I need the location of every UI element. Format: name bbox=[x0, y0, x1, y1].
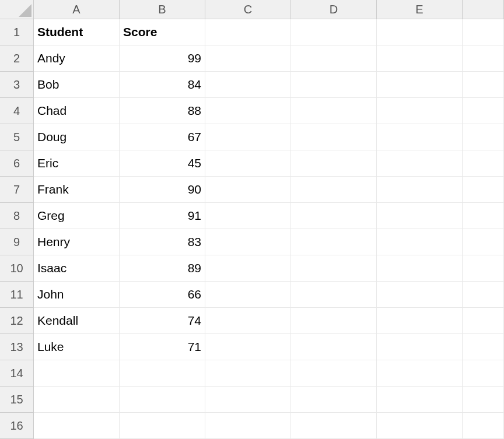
cell-B15[interactable] bbox=[120, 387, 205, 413]
cell-F11[interactable] bbox=[463, 282, 504, 308]
cell-E15[interactable] bbox=[377, 387, 463, 413]
cell-D12[interactable] bbox=[291, 308, 377, 334]
cell-D1[interactable] bbox=[291, 19, 377, 45]
cell-F9[interactable] bbox=[463, 229, 504, 255]
cell-D9[interactable] bbox=[291, 229, 377, 255]
cell-D13[interactable] bbox=[291, 334, 377, 360]
cell-A1[interactable]: Student bbox=[34, 19, 120, 45]
cell-B13[interactable]: 71 bbox=[120, 334, 205, 360]
cell-D4[interactable] bbox=[291, 98, 377, 124]
cell-A11[interactable]: John bbox=[34, 282, 120, 308]
cell-A7[interactable]: Frank bbox=[34, 177, 120, 203]
cell-C4[interactable] bbox=[205, 98, 291, 124]
cell-F7[interactable] bbox=[463, 177, 504, 203]
cell-D6[interactable] bbox=[291, 150, 377, 177]
cell-B2[interactable]: 99 bbox=[120, 45, 205, 72]
row-header-8[interactable]: 8 bbox=[0, 203, 34, 229]
row-header-5[interactable]: 5 bbox=[0, 124, 34, 150]
cell-C2[interactable] bbox=[205, 45, 291, 72]
cell-B11[interactable]: 66 bbox=[120, 282, 205, 308]
cell-F13[interactable] bbox=[463, 334, 504, 360]
col-header-D[interactable]: D bbox=[291, 0, 377, 19]
row-header-12[interactable]: 12 bbox=[0, 308, 34, 334]
cell-C15[interactable] bbox=[205, 387, 291, 413]
cell-B3[interactable]: 84 bbox=[120, 72, 205, 98]
row-header-16[interactable]: 16 bbox=[0, 413, 34, 439]
cell-C14[interactable] bbox=[205, 360, 291, 387]
cell-A10[interactable]: Isaac bbox=[34, 255, 120, 282]
cell-B16[interactable] bbox=[120, 413, 205, 439]
row-header-6[interactable]: 6 bbox=[0, 150, 34, 177]
cell-D8[interactable] bbox=[291, 203, 377, 229]
cell-B14[interactable] bbox=[120, 360, 205, 387]
cell-C8[interactable] bbox=[205, 203, 291, 229]
row-header-7[interactable]: 7 bbox=[0, 177, 34, 203]
cell-A8[interactable]: Greg bbox=[34, 203, 120, 229]
cell-E14[interactable] bbox=[377, 360, 463, 387]
cell-E4[interactable] bbox=[377, 98, 463, 124]
cell-B4[interactable]: 88 bbox=[120, 98, 205, 124]
cell-B1[interactable]: Score bbox=[120, 19, 205, 45]
row-header-10[interactable]: 10 bbox=[0, 255, 34, 282]
cell-E11[interactable] bbox=[377, 282, 463, 308]
cell-C7[interactable] bbox=[205, 177, 291, 203]
cell-A6[interactable]: Eric bbox=[34, 150, 120, 177]
cell-B5[interactable]: 67 bbox=[120, 124, 205, 150]
cell-C16[interactable] bbox=[205, 413, 291, 439]
row-header-14[interactable]: 14 bbox=[0, 360, 34, 387]
cell-C11[interactable] bbox=[205, 282, 291, 308]
cell-D10[interactable] bbox=[291, 255, 377, 282]
row-header-1[interactable]: 1 bbox=[0, 19, 34, 45]
cell-E13[interactable] bbox=[377, 334, 463, 360]
cell-E6[interactable] bbox=[377, 150, 463, 177]
col-header-A[interactable]: A bbox=[34, 0, 120, 19]
cell-D15[interactable] bbox=[291, 387, 377, 413]
cell-F4[interactable] bbox=[463, 98, 504, 124]
cell-E12[interactable] bbox=[377, 308, 463, 334]
row-header-3[interactable]: 3 bbox=[0, 72, 34, 98]
cell-F8[interactable] bbox=[463, 203, 504, 229]
spreadsheet-grid[interactable]: A B C D E 1 Student Score 2 Andy 99 3 Bo… bbox=[0, 0, 504, 439]
cell-B12[interactable]: 74 bbox=[120, 308, 205, 334]
cell-A12[interactable]: Kendall bbox=[34, 308, 120, 334]
cell-E8[interactable] bbox=[377, 203, 463, 229]
row-header-11[interactable]: 11 bbox=[0, 282, 34, 308]
cell-D7[interactable] bbox=[291, 177, 377, 203]
cell-A5[interactable]: Doug bbox=[34, 124, 120, 150]
cell-D11[interactable] bbox=[291, 282, 377, 308]
cell-A4[interactable]: Chad bbox=[34, 98, 120, 124]
cell-A3[interactable]: Bob bbox=[34, 72, 120, 98]
cell-C6[interactable] bbox=[205, 150, 291, 177]
cell-F3[interactable] bbox=[463, 72, 504, 98]
cell-A16[interactable] bbox=[34, 413, 120, 439]
cell-C3[interactable] bbox=[205, 72, 291, 98]
cell-B6[interactable]: 45 bbox=[120, 150, 205, 177]
cell-F14[interactable] bbox=[463, 360, 504, 387]
cell-D14[interactable] bbox=[291, 360, 377, 387]
cell-E10[interactable] bbox=[377, 255, 463, 282]
cell-E16[interactable] bbox=[377, 413, 463, 439]
cell-A2[interactable]: Andy bbox=[34, 45, 120, 72]
cell-E9[interactable] bbox=[377, 229, 463, 255]
cell-F15[interactable] bbox=[463, 387, 504, 413]
cell-D5[interactable] bbox=[291, 124, 377, 150]
cell-A15[interactable] bbox=[34, 387, 120, 413]
cell-F12[interactable] bbox=[463, 308, 504, 334]
cell-C13[interactable] bbox=[205, 334, 291, 360]
cell-C10[interactable] bbox=[205, 255, 291, 282]
col-header-E[interactable]: E bbox=[377, 0, 463, 19]
col-header-extra[interactable] bbox=[463, 0, 504, 19]
row-header-15[interactable]: 15 bbox=[0, 387, 34, 413]
cell-E2[interactable] bbox=[377, 45, 463, 72]
cell-D3[interactable] bbox=[291, 72, 377, 98]
cell-B9[interactable]: 83 bbox=[120, 229, 205, 255]
row-header-2[interactable]: 2 bbox=[0, 45, 34, 72]
cell-D2[interactable] bbox=[291, 45, 377, 72]
cell-A13[interactable]: Luke bbox=[34, 334, 120, 360]
col-header-C[interactable]: C bbox=[205, 0, 291, 19]
cell-C5[interactable] bbox=[205, 124, 291, 150]
cell-C12[interactable] bbox=[205, 308, 291, 334]
row-header-13[interactable]: 13 bbox=[0, 334, 34, 360]
cell-F6[interactable] bbox=[463, 150, 504, 177]
cell-F2[interactable] bbox=[463, 45, 504, 72]
